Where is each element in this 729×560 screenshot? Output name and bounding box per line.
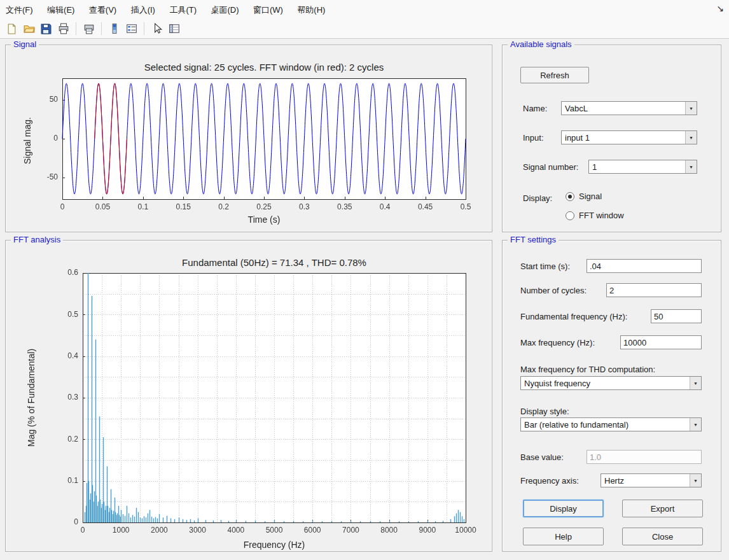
number-of-cycles-input[interactable] xyxy=(606,283,702,297)
menu-insert[interactable]: 插入(I) xyxy=(125,0,161,15)
dock-figure-icon[interactable]: ↘ xyxy=(716,3,724,13)
signal-number-dropdown[interactable]: 1 ▼ xyxy=(588,160,697,174)
frequency-axis-label: Frequency axis: xyxy=(520,476,579,486)
name-dropdown-value: VabcL xyxy=(562,104,685,113)
max-frequency-input[interactable] xyxy=(620,335,702,349)
display-style-label: Display style: xyxy=(520,407,569,416)
fft-ylabel: Mag (% of Fundamental) xyxy=(26,349,36,447)
display-label: Display: xyxy=(523,193,552,203)
frequency-axis-dropdown-value: Hertz xyxy=(601,476,690,486)
fft-settings-panel-title: FFT settings xyxy=(508,235,559,244)
fundamental-frequency-input[interactable] xyxy=(651,309,702,323)
signal-panel-title: Signal xyxy=(11,39,39,49)
colorbar-icon[interactable] xyxy=(106,21,122,37)
chevron-down-icon[interactable]: ▼ xyxy=(690,418,701,431)
fft-settings-panel: FFT settings Start time (s): Number of c… xyxy=(502,240,721,552)
fundamental-frequency-label: Fundamental frequency (Hz): xyxy=(520,312,627,321)
max-frequency-thd-dropdown-value: Nyquist frequency xyxy=(521,379,690,388)
chevron-down-icon[interactable]: ▼ xyxy=(685,131,697,144)
close-button[interactable]: Close xyxy=(622,528,703,545)
fft-analysis-panel: FFT analysis Fundamental (50Hz) = 71.34 … xyxy=(5,240,492,552)
name-label: Name: xyxy=(523,104,547,113)
display-fft-window-radio[interactable]: FFT window xyxy=(566,211,624,220)
print-icon[interactable] xyxy=(55,21,71,37)
chevron-down-icon[interactable]: ▼ xyxy=(690,377,701,389)
chevron-down-icon[interactable]: ▼ xyxy=(685,102,697,115)
start-time-input[interactable] xyxy=(587,259,702,273)
max-frequency-label: Max frequency (Hz): xyxy=(520,338,595,347)
edit-plot-icon[interactable] xyxy=(149,21,165,37)
available-signals-panel-title: Available signals xyxy=(508,39,574,49)
base-value-input xyxy=(587,450,702,464)
signal-number-label: Signal number: xyxy=(523,162,578,172)
menu-file[interactable]: 文件(F) xyxy=(0,0,39,15)
new-file-icon[interactable] xyxy=(4,21,20,37)
signal-ylabel: Signal mag. xyxy=(22,117,32,164)
name-dropdown[interactable]: VabcL ▼ xyxy=(561,101,697,115)
toolbar-separator xyxy=(144,22,144,35)
toolbar-separator xyxy=(101,22,102,35)
figure-toolbar xyxy=(0,19,729,39)
display-fft-window-radio-label: FFT window xyxy=(579,211,624,220)
frequency-axis-dropdown[interactable]: Hertz ▼ xyxy=(601,473,702,487)
max-frequency-thd-dropdown[interactable]: Nyquist frequency ▼ xyxy=(520,376,702,390)
max-frequency-thd-label: Max frequency for THD computation: xyxy=(520,365,655,374)
display-signal-radio-label: Signal xyxy=(579,192,602,201)
property-inspector-icon[interactable] xyxy=(166,21,182,37)
signal-plot-canvas[interactable] xyxy=(6,52,491,230)
menu-window[interactable]: 窗口(W) xyxy=(247,0,289,15)
display-button[interactable]: Display xyxy=(523,500,604,517)
toolbar-separator xyxy=(76,22,76,35)
radio-unselected-icon[interactable] xyxy=(566,211,574,220)
available-signals-panel: Available signals Refresh Name: VabcL ▼ … xyxy=(502,45,721,232)
signal-panel: Signal Selected signal: 25 cycles. FFT w… xyxy=(5,45,492,232)
start-time-label: Start time (s): xyxy=(520,262,570,271)
open-folder-icon[interactable] xyxy=(21,21,37,37)
legend-icon[interactable] xyxy=(123,21,139,37)
chevron-down-icon[interactable]: ▼ xyxy=(690,474,701,487)
display-style-dropdown-value: Bar (relative to fundamental) xyxy=(521,420,690,430)
save-icon[interactable] xyxy=(38,21,54,37)
refresh-button[interactable]: Refresh xyxy=(520,67,589,83)
signal-number-dropdown-value: 1 xyxy=(589,162,685,172)
signal-xlabel: Time (s) xyxy=(62,214,466,225)
fft-analysis-panel-title: FFT analysis xyxy=(11,235,63,244)
base-value-label: Base value: xyxy=(520,452,564,462)
menu-tools[interactable]: 工具(T) xyxy=(163,0,202,15)
display-signal-radio[interactable]: Signal xyxy=(566,192,602,201)
menu-help[interactable]: 帮助(H) xyxy=(291,0,331,15)
menu-bar: 文件(F) 编辑(E) 查看(V) 插入(I) 工具(T) 桌面(D) 窗口(W… xyxy=(0,0,729,19)
chevron-down-icon[interactable]: ▼ xyxy=(685,160,697,173)
help-button[interactable]: Help xyxy=(523,528,604,545)
fft-xlabel: Frequency (Hz) xyxy=(83,540,466,550)
menu-desktop[interactable]: 桌面(D) xyxy=(205,0,244,15)
number-of-cycles-label: Number of cycles: xyxy=(520,286,587,295)
menu-view[interactable]: 查看(V) xyxy=(83,0,122,15)
input-dropdown[interactable]: input 1 ▼ xyxy=(561,130,697,144)
menu-edit[interactable]: 编辑(E) xyxy=(41,0,80,15)
print-preview-icon[interactable] xyxy=(81,21,97,37)
radio-selected-icon[interactable] xyxy=(566,192,574,201)
input-dropdown-value: input 1 xyxy=(562,133,685,143)
input-label: Input: xyxy=(523,133,544,143)
export-button[interactable]: Export xyxy=(622,500,703,517)
display-style-dropdown[interactable]: Bar (relative to fundamental) ▼ xyxy=(520,417,702,431)
fft-plot-canvas[interactable] xyxy=(6,247,491,552)
